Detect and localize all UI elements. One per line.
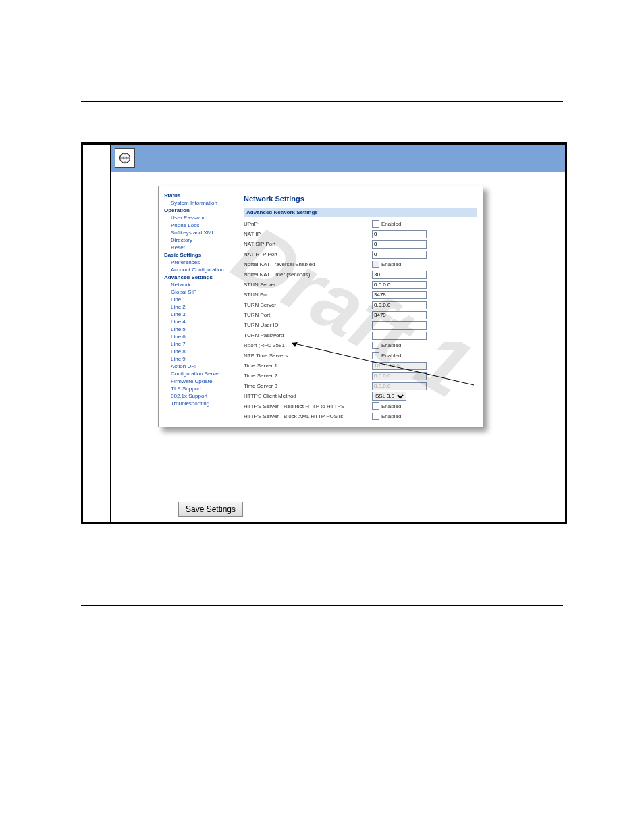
label-turn-pass: TURN Password <box>244 332 372 338</box>
input-time-server1[interactable] <box>372 362 427 370</box>
label-stun-port: STUN Port <box>244 292 372 298</box>
nav-line5[interactable]: Line 5 <box>164 325 237 333</box>
nav-tls-support[interactable]: TLS Support <box>164 385 237 392</box>
nav-line8[interactable]: Line 8 <box>164 348 237 355</box>
nav-global-sip[interactable]: Global SIP <box>164 288 237 296</box>
label-https-client-method: HTTPS Client Method <box>244 393 372 399</box>
globe-icon <box>115 148 135 168</box>
label-stun-server: STUN Server <box>244 282 372 288</box>
window-titlebar <box>111 145 565 172</box>
sidebar: Status System Information Operation User… <box>164 192 237 421</box>
nav-status-hdr: Status <box>164 192 237 199</box>
label-turn-user: TURN User ID <box>244 322 372 328</box>
input-turn-user[interactable] <box>372 321 427 330</box>
nav-line6[interactable]: Line 6 <box>164 333 237 340</box>
input-nortel-nat-timer[interactable] <box>372 271 427 279</box>
label-upnp: UPnP <box>244 221 372 227</box>
top-rule <box>81 101 563 102</box>
checkbox-https-redirect[interactable] <box>372 402 379 410</box>
input-turn-server[interactable] <box>372 301 427 309</box>
section-header: Advanced Network Settings <box>244 208 477 217</box>
input-nat-rtp-port[interactable] <box>372 251 427 259</box>
nav-firmware-update[interactable]: Firmware Update <box>164 377 237 385</box>
nav-advanced-hdr: Advanced Settings <box>164 273 237 281</box>
nav-line1[interactable]: Line 1 <box>164 296 237 303</box>
label-nat-ip: NAT IP <box>244 231 372 237</box>
nav-line4[interactable]: Line 4 <box>164 318 237 325</box>
input-stun-port[interactable] <box>372 291 427 299</box>
save-settings-button[interactable]: Save Settings <box>178 502 243 517</box>
nav-system-information[interactable]: System Information <box>164 199 237 207</box>
label-https-block-xml: HTTPS Server - Block XML HTTP POSTs <box>244 413 372 419</box>
input-stun-server[interactable] <box>372 281 427 289</box>
input-time-server2[interactable] <box>372 372 427 380</box>
nav-phone-lock[interactable]: Phone Lock <box>164 221 237 229</box>
label-ntp-time-servers: NTP Time Servers <box>244 353 372 359</box>
label-time-server3: Time Server 3 <box>244 383 372 389</box>
nav-basic-hdr: Basic Settings <box>164 251 237 259</box>
nav-config-server[interactable]: Configuration Server <box>164 370 237 377</box>
main-form: Network Settings Advanced Network Settin… <box>237 192 477 421</box>
label-time-server2: Time Server 2 <box>244 373 372 379</box>
label-nortel-nat-timer: Nortel NAT Timer (seconds) <box>244 271 372 278</box>
select-https-client-method[interactable]: SSL 3.0 <box>372 392 406 401</box>
nav-line9[interactable]: Line 9 <box>164 355 237 363</box>
label-nat-rtp-port: NAT RTP Port <box>244 251 372 257</box>
page-title: Network Settings <box>244 194 477 203</box>
input-turn-port[interactable] <box>372 311 427 319</box>
label-https-redirect: HTTPS Server - Redirect HTTP to HTTPS <box>244 403 372 409</box>
nav-troubleshooting[interactable]: Troubleshooting <box>164 400 237 407</box>
input-nat-sip-port[interactable] <box>372 240 427 249</box>
input-nat-ip[interactable] <box>372 230 427 238</box>
checkbox-nortel-nat[interactable] <box>372 261 379 268</box>
nav-action-uri[interactable]: Action URI <box>164 363 237 370</box>
page-footer <box>81 605 563 613</box>
checkbox-https-block-xml[interactable] <box>372 413 379 420</box>
nav-network[interactable]: Network <box>164 281 237 288</box>
label-time-server1: Time Server 1 <box>244 363 372 369</box>
nav-operation-hdr: Operation <box>164 207 237 214</box>
label-nortel-nat-enabled: Nortel NAT Traversal Enabled <box>244 261 372 267</box>
nav-account-config[interactable]: Account Configuration <box>164 266 237 273</box>
procedure-table: Draft 1 Status System Information Operat… <box>81 142 567 524</box>
nav-line3[interactable]: Line 3 <box>164 311 237 318</box>
nav-preferences[interactable]: Preferences <box>164 259 237 266</box>
label-rport: Rport (RFC 3581) <box>244 342 372 348</box>
checkbox-ntp[interactable] <box>372 352 379 359</box>
nav-directory[interactable]: Directory <box>164 236 237 244</box>
label-turn-server: TURN Server <box>244 302 372 308</box>
nav-user-password[interactable]: User Password <box>164 214 237 221</box>
nav-line7[interactable]: Line 7 <box>164 340 237 348</box>
checkbox-upnp[interactable] <box>372 220 379 228</box>
nav-reset[interactable]: Reset <box>164 244 237 251</box>
checkbox-rport[interactable] <box>372 342 379 349</box>
input-turn-pass[interactable] <box>372 332 427 340</box>
nav-softkeys-xml[interactable]: Softkeys and XML <box>164 229 237 236</box>
nav-line2[interactable]: Line 2 <box>164 303 237 311</box>
input-time-server3[interactable] <box>372 382 427 390</box>
label-nat-sip-port: NAT SIP Port <box>244 241 372 247</box>
nav-8021x-support[interactable]: 802.1x Support <box>164 392 237 400</box>
label-turn-port: TURN Port <box>244 312 372 318</box>
settings-panel: Draft 1 Status System Information Operat… <box>158 186 483 427</box>
